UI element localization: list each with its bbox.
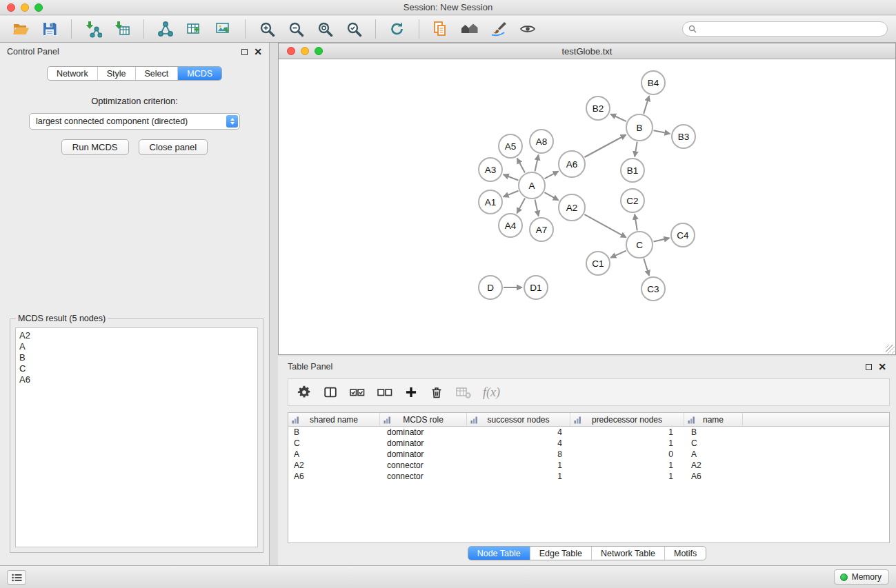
import-table-file-icon[interactable] [110, 18, 135, 40]
graph-node-A4[interactable]: A4 [499, 214, 522, 237]
graph-edge-A-A3[interactable] [504, 174, 519, 180]
graph-edge-C-C4[interactable] [654, 238, 670, 241]
optimization-criterion-dropdown[interactable]: largest connected component (directed) [29, 113, 240, 130]
export-image-icon[interactable] [211, 18, 236, 40]
search-field[interactable] [682, 21, 888, 37]
deselect-all-columns-icon[interactable] [377, 385, 393, 400]
eye-icon[interactable] [515, 18, 540, 40]
graph-node-A3[interactable]: A3 [479, 158, 502, 181]
graph-edge-C-C3[interactable] [644, 258, 649, 276]
graph-edge-B-B3[interactable] [654, 130, 670, 134]
table-tab-network-table[interactable]: Network Table [591, 547, 664, 560]
graph-edge-A2-C[interactable] [584, 214, 626, 237]
apply-style-icon[interactable] [486, 18, 511, 40]
graph-edge-A-A1[interactable] [504, 191, 519, 197]
graph-node-A6[interactable]: A6 [559, 151, 585, 177]
zoom-fit-icon[interactable] [312, 18, 337, 40]
tab-mcds[interactable]: MCDS [177, 67, 221, 80]
mcds-result-item[interactable]: A [19, 341, 254, 352]
mcds-result-item[interactable]: B [19, 352, 254, 363]
close-table-panel-icon[interactable]: ✕ [878, 363, 886, 370]
table-tab-node-table[interactable]: Node Table [468, 547, 530, 560]
refresh-icon[interactable] [385, 18, 410, 40]
graph-node-A1[interactable]: A1 [479, 190, 502, 214]
graph-edge-B-B2[interactable] [610, 114, 626, 122]
table-row[interactable]: A6connector11A6 [288, 471, 889, 482]
graph-edge-B-B1[interactable] [635, 142, 637, 157]
network-canvas[interactable]: B4B2BB3A5A8A6A3AB1A1A2C2A4A7C4CC1DD1C3 [279, 59, 895, 354]
save-session-icon[interactable] [37, 18, 62, 40]
graph-edge-A-A6[interactable] [545, 171, 559, 179]
new-network-icon[interactable] [153, 18, 178, 40]
table-row[interactable]: Cdominator41C [288, 438, 889, 449]
column-header-predecessor-nodes[interactable]: predecessor nodes [570, 413, 684, 426]
tab-style[interactable]: Style [97, 67, 135, 80]
graph-node-C1[interactable]: C1 [586, 252, 610, 275]
table-row[interactable]: Bdominator41B [288, 427, 889, 438]
graph-edge-C-C1[interactable] [610, 251, 626, 258]
table-settings-gear-icon[interactable] [297, 385, 312, 400]
close-panel-button[interactable]: Close panel [139, 139, 208, 155]
graph-node-A7[interactable]: A7 [530, 218, 553, 241]
zoom-out-icon[interactable] [283, 18, 308, 40]
graph-node-C[interactable]: C [626, 232, 653, 258]
function-builder-icon[interactable]: f(x) [483, 385, 500, 400]
task-history-button[interactable] [7, 570, 26, 585]
dropdown-stepper-icon[interactable] [226, 115, 238, 128]
graph-node-D1[interactable]: D1 [524, 276, 548, 299]
graph-edge-A-A8[interactable] [535, 155, 539, 172]
graph-node-B4[interactable]: B4 [641, 71, 665, 94]
table-tab-motifs[interactable]: Motifs [664, 547, 706, 560]
delete-column-icon[interactable] [429, 385, 444, 400]
graph-node-C4[interactable]: C4 [671, 223, 695, 247]
mcds-result-item[interactable]: C [19, 363, 254, 374]
graph-edge-B-B4[interactable] [644, 96, 649, 114]
open-file-icon[interactable] [8, 18, 33, 40]
memory-button[interactable]: Memory [834, 569, 889, 585]
table-row[interactable]: A2connector11A2 [288, 460, 889, 471]
select-all-columns-icon[interactable] [349, 385, 366, 400]
graph-node-A[interactable]: A [519, 172, 545, 199]
graph-node-B1[interactable]: B1 [621, 159, 644, 182]
column-header-shared-name[interactable]: shared name [288, 413, 380, 426]
home-icon[interactable] [457, 18, 482, 40]
graph-node-B[interactable]: B [626, 114, 653, 141]
show-columns-icon[interactable] [323, 385, 338, 400]
graph-node-D[interactable]: D [479, 276, 502, 299]
graph-node-A5[interactable]: A5 [499, 134, 522, 158]
graph-node-A2[interactable]: A2 [559, 194, 585, 221]
zoom-selected-icon[interactable] [341, 18, 366, 40]
graph-edge-A6-B[interactable] [585, 135, 626, 158]
graph-node-A8[interactable]: A8 [530, 130, 553, 153]
run-mcds-button[interactable]: Run MCDS [61, 139, 129, 155]
mcds-result-list[interactable]: A2ABCA6 [15, 327, 258, 547]
add-column-icon[interactable] [404, 385, 418, 399]
import-network-file-icon[interactable] [81, 18, 106, 40]
float-table-panel-icon[interactable] [866, 364, 872, 370]
session-pages-icon[interactable] [428, 18, 453, 40]
mcds-result-item[interactable]: A6 [19, 374, 254, 385]
tab-network[interactable]: Network [48, 67, 97, 80]
graph-node-B2[interactable]: B2 [586, 97, 610, 120]
column-header-successor-nodes[interactable]: successor nodes [467, 413, 570, 426]
mcds-result-item[interactable]: A2 [19, 330, 254, 341]
column-header-mcds-role[interactable]: MCDS role [380, 413, 467, 426]
search-input[interactable] [700, 24, 882, 34]
graph-edge-A-A7[interactable] [535, 200, 539, 216]
new-table-icon[interactable] [182, 18, 207, 40]
graph-edge-A-A5[interactable] [517, 159, 525, 173]
graph-edge-A-A4[interactable] [517, 199, 525, 214]
table-tab-edge-table[interactable]: Edge Table [530, 547, 591, 560]
close-panel-icon[interactable]: ✕ [254, 48, 262, 55]
graph-edge-A-A2[interactable] [544, 192, 558, 200]
graph-node-C2[interactable]: C2 [621, 189, 644, 212]
graph-node-C3[interactable]: C3 [641, 277, 665, 301]
table-row[interactable]: Adominator80A [288, 449, 889, 460]
column-header-name[interactable]: name [684, 413, 743, 426]
zoom-in-icon[interactable] [255, 18, 279, 40]
resize-grip[interactable] [886, 345, 895, 354]
graph-edge-C-C2[interactable] [635, 214, 637, 231]
tab-select[interactable]: Select [135, 67, 178, 80]
graph-node-B3[interactable]: B3 [672, 125, 695, 148]
float-panel-icon[interactable] [241, 49, 248, 55]
